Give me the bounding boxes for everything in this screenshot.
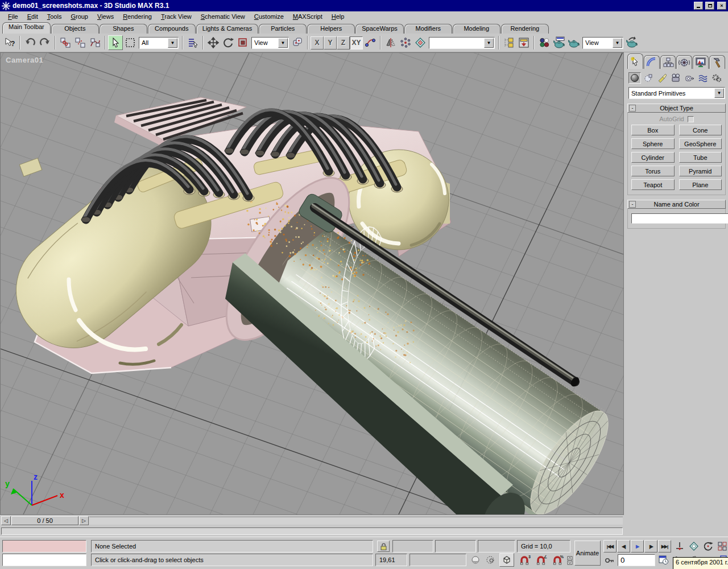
frame-forward-button[interactable]: ▷ — [79, 516, 89, 525]
coordinate-z-field[interactable] — [478, 540, 515, 552]
selection-region-button[interactable] — [123, 35, 138, 50]
sphere-button[interactable]: Sphere — [631, 138, 675, 149]
zoom-extents-button[interactable] — [687, 540, 701, 552]
tube-button[interactable]: Tube — [679, 152, 722, 163]
tab-display[interactable] — [693, 55, 709, 69]
render-scene-button[interactable] — [552, 35, 566, 50]
align-button[interactable] — [413, 35, 428, 50]
restrict-x-button[interactable]: X — [311, 36, 324, 50]
tab-modifiers[interactable]: Modifiers — [404, 24, 452, 34]
select-and-move-button[interactable] — [206, 35, 221, 50]
percent-snap-toggle[interactable]: % — [550, 554, 565, 566]
open-track-view-button[interactable] — [502, 35, 516, 50]
tab-utilities[interactable] — [709, 55, 725, 69]
tab-particles[interactable]: Particles — [259, 24, 307, 34]
animate-button[interactable]: Animate — [574, 541, 601, 566]
tab-modeling[interactable]: Modeling — [453, 24, 500, 34]
cylinder-button[interactable]: Cylinder — [631, 152, 675, 163]
tab-main-toolbar[interactable]: Main Toolbar — [2, 22, 51, 34]
select-by-name-button[interactable] — [185, 35, 200, 50]
help-mode-button[interactable]: ? — [2, 35, 17, 50]
menu-schematic-view[interactable]: Schematic View — [196, 13, 250, 20]
snap-toggle-button[interactable]: 3 — [517, 554, 532, 566]
primitive-category-combo[interactable]: Standard Primitives ▼ — [628, 87, 725, 99]
unlink-selection-button[interactable] — [73, 35, 88, 50]
camera-viewport[interactable]: z y x Camera01 — [0, 52, 624, 515]
play-button[interactable]: ▶ — [631, 540, 644, 552]
tab-compounds[interactable]: Compounds — [148, 24, 196, 34]
zoom-extents-all-button[interactable] — [715, 540, 728, 552]
category-lights-button[interactable] — [656, 72, 668, 84]
coordinate-y-field[interactable] — [435, 540, 476, 552]
dropdown-arrow-icon[interactable]: ▼ — [484, 38, 494, 48]
tab-create[interactable] — [627, 53, 643, 69]
tab-shapes[interactable]: Shapes — [100, 24, 147, 34]
time-slider-thumb[interactable]: 0 / 50 — [11, 516, 78, 525]
select-and-rotate-button[interactable] — [221, 35, 235, 50]
tab-objects[interactable]: Objects — [51, 24, 99, 34]
tab-spacewarps[interactable]: SpaceWarps — [355, 24, 404, 34]
teapot-button[interactable]: Teapot — [631, 179, 675, 190]
degradation-override-button[interactable] — [469, 554, 482, 566]
quick-render-button[interactable] — [566, 35, 581, 50]
tab-spacewarps-helpers[interactable]: Helpers — [307, 24, 355, 34]
restrict-z-button[interactable]: Z — [337, 36, 350, 50]
bind-to-spacewarp-button[interactable] — [88, 35, 102, 50]
coordinate-system-combo[interactable]: View ▼ — [251, 37, 289, 49]
restrict-y-button[interactable]: Y — [324, 36, 337, 50]
time-configuration-button[interactable] — [657, 554, 671, 566]
select-and-link-button[interactable] — [58, 35, 73, 50]
selection-filter-combo[interactable]: All ▼ — [139, 37, 179, 49]
menu-file[interactable]: File — [3, 13, 23, 20]
menu-customize[interactable]: Customize — [250, 13, 288, 20]
category-helpers-button[interactable] — [683, 72, 696, 84]
dolly-camera-button[interactable] — [673, 540, 686, 552]
tab-lights-cameras[interactable]: Lights & Cameras — [196, 24, 258, 34]
track-bar[interactable] — [0, 526, 624, 537]
time-slider-track[interactable] — [89, 517, 623, 525]
autogrid-checkbox[interactable] — [688, 116, 694, 122]
menu-maxscript[interactable]: MAXScript — [288, 13, 327, 20]
dropdown-arrow-icon[interactable]: ▼ — [278, 38, 288, 48]
dropdown-arrow-icon[interactable]: ▼ — [613, 38, 622, 48]
category-cameras-button[interactable] — [669, 72, 682, 84]
menu-rendering[interactable]: Rendering — [118, 13, 156, 20]
menu-help[interactable]: Help — [327, 13, 349, 20]
category-shapes-button[interactable] — [642, 72, 655, 84]
maxscript-mini-listener-pink[interactable] — [2, 540, 86, 552]
menu-edit[interactable]: Edit — [23, 13, 43, 20]
dropdown-arrow-icon[interactable]: ▼ — [714, 88, 724, 98]
go-to-end-button[interactable]: ▶▶| — [658, 540, 671, 552]
menu-tools[interactable]: Tools — [43, 13, 67, 20]
spinner-snap-toggle[interactable] — [566, 554, 573, 566]
snap-toggle-3d-box[interactable] — [499, 553, 514, 567]
next-frame-button[interactable]: |▶ — [644, 540, 657, 552]
dropdown-arrow-icon[interactable]: ▼ — [168, 38, 177, 48]
named-selection-sets-combo[interactable]: ▼ — [429, 37, 495, 49]
name-and-color-rollout-header[interactable]: - Name and Color — [627, 200, 726, 209]
undo-button[interactable] — [23, 35, 38, 50]
viewport-label[interactable]: Camera01 — [6, 56, 43, 64]
select-object-button[interactable] — [108, 35, 123, 50]
plane-button[interactable]: Plane — [679, 179, 722, 190]
roll-camera-button[interactable] — [701, 540, 715, 552]
restrict-xy-plane-button[interactable]: XY — [350, 36, 363, 50]
open-schematic-view-button[interactable] — [516, 35, 531, 50]
render-last-button[interactable] — [624, 35, 639, 50]
previous-frame-button[interactable]: ◀| — [617, 540, 630, 552]
maxscript-mini-listener-white[interactable] — [2, 554, 86, 566]
angle-snap-toggle[interactable]: ∠ — [533, 554, 548, 566]
current-frame-field[interactable] — [618, 554, 655, 566]
menu-group[interactable]: Group — [66, 13, 93, 20]
tab-motion[interactable] — [676, 55, 692, 69]
menu-track-view[interactable]: Track View — [156, 13, 196, 20]
close-button[interactable]: × — [717, 2, 726, 10]
cone-button[interactable]: Cone — [679, 125, 722, 135]
render-type-combo[interactable]: View ▼ — [582, 37, 623, 49]
tab-rendering[interactable]: Rendering — [501, 24, 549, 34]
tab-modify[interactable] — [644, 55, 660, 69]
category-geometry-button[interactable] — [628, 72, 641, 84]
array-button[interactable] — [398, 35, 413, 50]
mirror-button[interactable] — [383, 35, 398, 50]
category-systems-button[interactable] — [710, 72, 723, 84]
